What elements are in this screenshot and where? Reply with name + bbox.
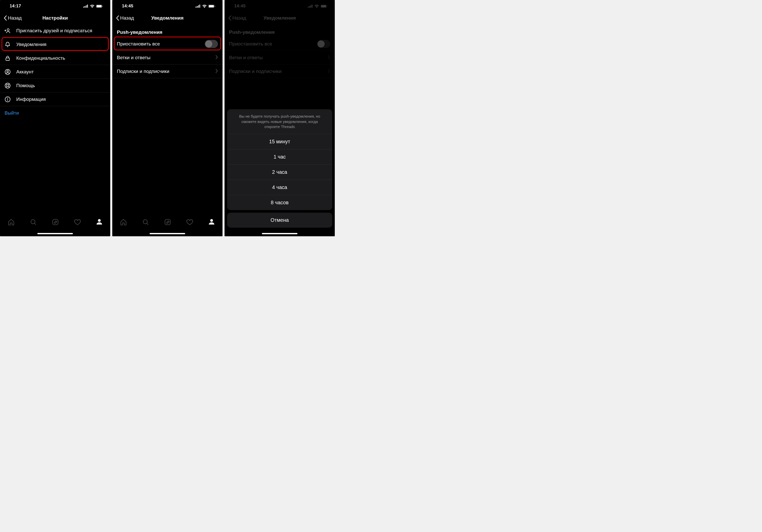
battery-icon bbox=[96, 5, 103, 8]
nav-bar: Назад Уведомления bbox=[112, 12, 222, 24]
phone-screen-pause-sheet: 14:45 Назад Уведомления Push-уведомления… bbox=[225, 0, 335, 236]
info-icon bbox=[5, 96, 12, 103]
tab-home[interactable] bbox=[120, 218, 127, 227]
status-icons bbox=[195, 5, 215, 8]
row-label: Конфиденциальность bbox=[16, 55, 106, 61]
svg-rect-3 bbox=[87, 5, 88, 8]
phone-screen-settings: 14:17 Назад Настройки Пригласить друзей … bbox=[0, 0, 110, 236]
action-sheet-backdrop[interactable]: Вы не будете получать push-уведомления, … bbox=[225, 0, 335, 236]
row-label: Приостановить все bbox=[117, 41, 200, 47]
row-label: Аккаунт bbox=[16, 69, 106, 75]
add-user-icon bbox=[5, 28, 12, 34]
svg-rect-19 bbox=[197, 6, 197, 8]
page-title: Настройки bbox=[42, 15, 68, 21]
sheet-option-4h[interactable]: 4 часа bbox=[227, 180, 332, 195]
settings-row-help[interactable]: Помощь bbox=[0, 79, 110, 93]
settings-row-privacy[interactable]: Конфиденциальность bbox=[0, 51, 110, 65]
toggle-pause-all[interactable] bbox=[205, 40, 218, 48]
settings-list: Пригласить друзей и подписаться Уведомле… bbox=[0, 24, 110, 120]
chevron-left-icon bbox=[116, 15, 119, 21]
row-pause-all[interactable]: Приостановить все bbox=[112, 37, 222, 51]
svg-rect-5 bbox=[97, 5, 102, 7]
row-follows[interactable]: Подписки и подписчики bbox=[112, 64, 222, 78]
home-indicator[interactable] bbox=[262, 233, 297, 234]
settings-row-notifications[interactable]: Уведомления bbox=[0, 38, 110, 51]
sheet-option-2h[interactable]: 2 часа bbox=[227, 165, 332, 180]
svg-rect-8 bbox=[6, 58, 9, 60]
svg-point-27 bbox=[210, 219, 213, 222]
tab-search[interactable] bbox=[30, 218, 37, 227]
back-label: Назад bbox=[120, 15, 134, 21]
cellular-icon bbox=[195, 5, 201, 8]
row-label: Уведомления bbox=[16, 42, 106, 47]
tab-compose[interactable] bbox=[164, 218, 171, 227]
battery-icon bbox=[208, 5, 215, 8]
svg-point-10 bbox=[7, 70, 8, 72]
row-label: Помощь bbox=[16, 83, 106, 88]
bell-icon bbox=[5, 41, 12, 47]
phone-screen-notifications: 14:45 Назад Уведомления Push-уведомления… bbox=[112, 0, 222, 236]
svg-point-25 bbox=[143, 220, 147, 224]
home-indicator[interactable] bbox=[38, 233, 73, 234]
tab-home[interactable] bbox=[8, 218, 15, 227]
row-label: Подписки и подписчики bbox=[117, 69, 211, 74]
status-time: 14:17 bbox=[10, 4, 21, 9]
svg-point-14 bbox=[8, 98, 8, 98]
svg-rect-6 bbox=[102, 6, 103, 7]
chevron-right-icon bbox=[216, 69, 218, 74]
tab-activity[interactable] bbox=[186, 218, 193, 227]
chevron-right-icon bbox=[216, 55, 218, 60]
tab-compose[interactable] bbox=[52, 218, 59, 227]
chevron-left-icon bbox=[4, 15, 7, 21]
action-sheet: Вы не будете получать push-уведомления, … bbox=[227, 109, 332, 210]
back-button[interactable]: Назад bbox=[116, 15, 134, 21]
settings-row-info[interactable]: Информация bbox=[0, 93, 110, 106]
row-label: Информация bbox=[16, 97, 106, 102]
sheet-cancel-button[interactable]: Отмена bbox=[227, 213, 332, 228]
back-button[interactable]: Назад bbox=[4, 15, 22, 21]
svg-rect-18 bbox=[195, 7, 196, 8]
page-title: Уведомления bbox=[151, 15, 184, 21]
svg-rect-2 bbox=[86, 5, 87, 8]
svg-point-12 bbox=[7, 85, 9, 87]
svg-rect-16 bbox=[52, 219, 58, 225]
wifi-icon bbox=[202, 5, 207, 8]
svg-rect-23 bbox=[209, 5, 214, 7]
tab-profile[interactable] bbox=[208, 218, 215, 226]
svg-point-15 bbox=[31, 220, 35, 224]
tab-profile[interactable] bbox=[96, 218, 103, 226]
svg-rect-1 bbox=[85, 6, 85, 8]
sheet-option-1h[interactable]: 1 час bbox=[227, 149, 332, 165]
settings-row-account[interactable]: Аккаунт bbox=[0, 65, 110, 79]
lifebuoy-icon bbox=[5, 83, 12, 89]
row-label: Ветки и ответы bbox=[117, 55, 211, 60]
sheet-message: Вы не будете получать push-уведомления, … bbox=[227, 109, 332, 134]
svg-point-17 bbox=[98, 219, 101, 222]
status-icons bbox=[83, 5, 103, 8]
lock-icon bbox=[5, 55, 12, 61]
svg-point-7 bbox=[7, 29, 9, 31]
svg-rect-24 bbox=[215, 6, 215, 7]
logout-label: Выйти bbox=[5, 110, 106, 116]
cellular-icon bbox=[83, 5, 88, 8]
section-header-push: Push-уведомления bbox=[112, 24, 222, 37]
back-label: Назад bbox=[8, 15, 22, 21]
svg-rect-20 bbox=[198, 5, 199, 8]
sheet-option-15min[interactable]: 15 минут bbox=[227, 134, 332, 149]
row-label: Пригласить друзей и подписаться bbox=[16, 28, 106, 34]
wifi-icon bbox=[90, 5, 95, 8]
logout-row[interactable]: Выйти bbox=[0, 106, 110, 120]
home-indicator[interactable] bbox=[150, 233, 185, 234]
settings-row-invite[interactable]: Пригласить друзей и подписаться bbox=[0, 24, 110, 38]
svg-rect-21 bbox=[199, 5, 200, 8]
sheet-option-8h[interactable]: 8 часов bbox=[227, 195, 332, 210]
tab-search[interactable] bbox=[142, 218, 149, 227]
tab-activity[interactable] bbox=[74, 218, 81, 227]
user-circle-icon bbox=[5, 69, 12, 75]
row-threads-replies[interactable]: Ветки и ответы bbox=[112, 51, 222, 64]
nav-bar: Назад Настройки bbox=[0, 12, 110, 24]
status-bar: 14:45 bbox=[112, 0, 222, 12]
status-bar: 14:17 bbox=[0, 0, 110, 12]
status-time: 14:45 bbox=[122, 4, 133, 9]
svg-rect-26 bbox=[165, 219, 170, 225]
